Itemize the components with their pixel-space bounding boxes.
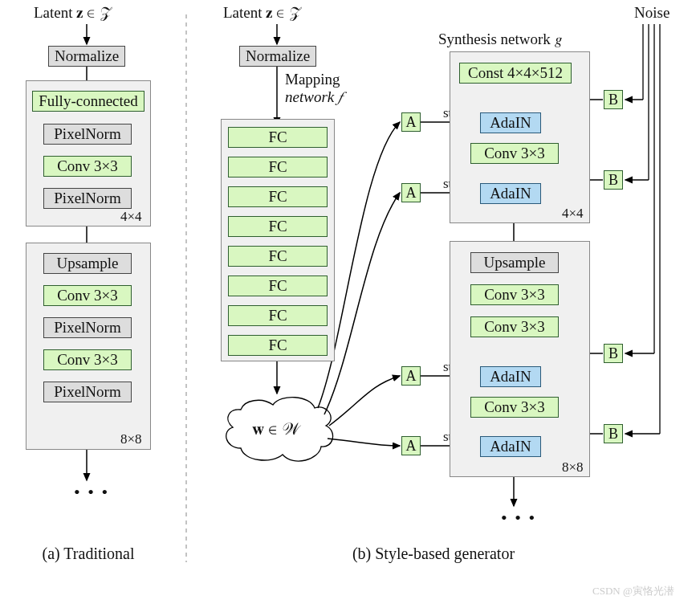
pixelnorm-block: PixelNorm	[43, 188, 132, 209]
pixelnorm-block: PixelNorm	[43, 382, 132, 402]
res-label: 8×8	[562, 459, 584, 475]
conv-block: Conv 3×3	[43, 156, 132, 177]
adain-block: AdaIN	[480, 112, 541, 133]
fc-block: FC	[228, 157, 328, 178]
ellipsis: • • •	[74, 482, 109, 503]
caption-b: (b) Style-based generator	[305, 545, 562, 563]
conv-block: Conv 3×3	[43, 349, 132, 370]
res-label: 4×4	[562, 206, 584, 222]
latent-label-b: Latent 𝐳 ∈ 𝒵	[223, 4, 299, 22]
fc-block: FC	[228, 186, 328, 207]
ellipsis: • • •	[501, 508, 536, 528]
conv-block: Conv 3×3	[470, 143, 559, 164]
synth-label: Synthesis network 𝑔	[438, 31, 563, 48]
latent-label-a: Latent 𝐳 ∈ 𝒵	[34, 4, 109, 22]
affine-block: A	[401, 366, 421, 386]
conv-block: Conv 3×3	[470, 316, 559, 337]
adain-block: AdaIN	[480, 366, 541, 387]
noise-scale-block: B	[604, 170, 623, 190]
fc-block: FC	[228, 127, 328, 148]
const-block: Const 4×4×512	[459, 63, 572, 84]
w-space-label: 𝐰 ∈ 𝒲	[252, 419, 298, 439]
noise-scale-block: B	[604, 344, 623, 363]
adain-block: AdaIN	[480, 183, 541, 204]
conv-block: Conv 3×3	[43, 285, 132, 306]
conv-block: Conv 3×3	[470, 397, 559, 418]
upsample-block: Upsample	[43, 253, 132, 274]
fc-block: FC	[228, 335, 328, 356]
fc-block: FC	[228, 305, 328, 326]
fully-connected-block: Fully-connected	[32, 91, 144, 112]
normalize-block-b: Normalize	[239, 46, 316, 67]
adain-block: AdaIN	[480, 436, 541, 457]
noise-scale-block: B	[604, 90, 623, 109]
noise-scale-block: B	[604, 424, 623, 443]
pixelnorm-block: PixelNorm	[43, 317, 132, 338]
fc-block: FC	[228, 246, 328, 267]
fc-block: FC	[228, 275, 328, 296]
affine-block: A	[401, 183, 421, 202]
upsample-block: Upsample	[470, 252, 559, 273]
normalize-block-a: Normalize	[48, 46, 125, 67]
conv-block: Conv 3×3	[470, 284, 559, 305]
mapping-label: Mapping	[285, 71, 340, 88]
res-label: 4×4	[120, 209, 142, 225]
res-label: 8×8	[120, 431, 142, 447]
caption-a: (a) Traditional	[32, 545, 144, 563]
noise-label: Noise	[634, 4, 669, 22]
mapping-label: network 𝑓	[285, 88, 342, 106]
pixelnorm-block: PixelNorm	[43, 124, 132, 145]
affine-block: A	[401, 112, 421, 132]
fc-block: FC	[228, 216, 328, 237]
affine-block: A	[401, 436, 421, 455]
watermark: CSDN @寅恪光潜	[592, 584, 674, 598]
